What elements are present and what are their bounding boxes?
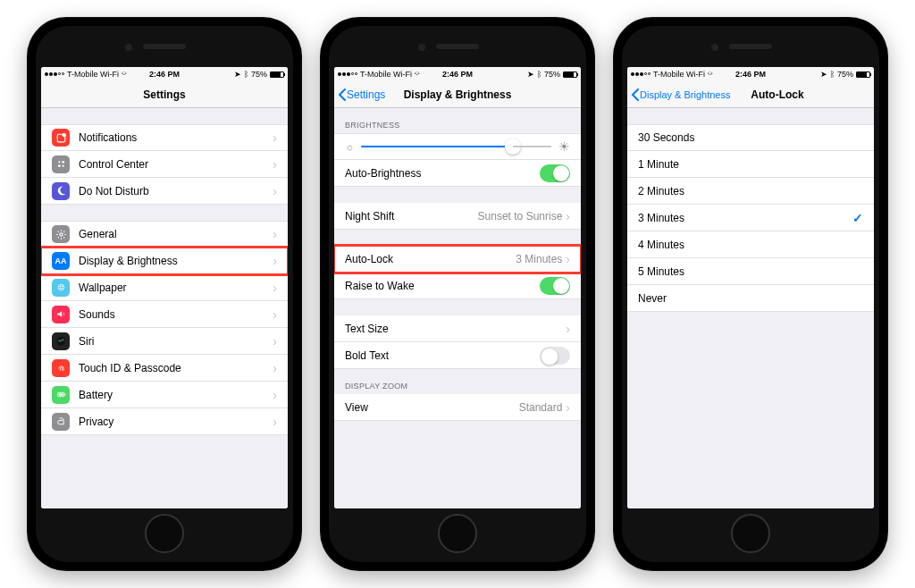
view-row[interactable]: View Standard › — [334, 394, 581, 421]
chevron-right-icon: › — [273, 184, 277, 198]
svg-rect-14 — [64, 393, 65, 395]
back-button[interactable]: Display & Brightness — [631, 81, 731, 107]
autolock-option[interactable]: 3 Minutes✓ — [627, 205, 874, 231]
autolock-option[interactable]: Never — [627, 285, 874, 312]
row-label: Display & Brightness — [79, 255, 273, 267]
svg-point-2 — [58, 161, 60, 163]
autolock-option[interactable]: 30 Seconds — [627, 124, 874, 151]
settings-row-display[interactable]: AADisplay & Brightness› — [41, 248, 288, 274]
chevron-right-icon: › — [273, 334, 277, 349]
bold-text-row[interactable]: Bold Text — [334, 342, 581, 369]
row-label: Privacy — [79, 416, 273, 428]
phone-settings: T-Mobile Wi-Fi ⌔ 2:46 PM ➤ ᛒ 75% Setting… — [27, 17, 302, 571]
raise-to-wake-toggle[interactable] — [540, 277, 570, 295]
privacy-icon — [52, 413, 70, 431]
chevron-left-icon — [338, 88, 346, 101]
phone-auto-lock: T-Mobile Wi-Fi⌔ 2:46 PM ➤ᛒ75% Display & … — [613, 17, 888, 571]
bold-text-toggle[interactable] — [540, 347, 570, 365]
settings-row-battery[interactable]: Battery› — [41, 382, 288, 408]
back-label: Settings — [347, 88, 385, 101]
bluetooth-icon: ᛒ — [244, 70, 248, 79]
home-button[interactable] — [438, 514, 477, 553]
clock: 2:46 PM — [149, 70, 180, 79]
settings-row-general[interactable]: General› — [41, 221, 288, 248]
option-label: 2 Minutes — [638, 185, 863, 197]
chevron-right-icon: › — [273, 415, 277, 429]
front-camera — [125, 44, 132, 51]
row-label: Control Center — [79, 158, 273, 171]
settings-row-do-not-disturb[interactable]: Do Not Disturb› — [41, 178, 288, 205]
svg-point-7 — [58, 284, 64, 290]
notifications-icon — [52, 129, 70, 147]
chevron-right-icon: › — [273, 388, 277, 402]
svg-point-6 — [59, 232, 62, 235]
chevron-right-icon: › — [273, 157, 277, 172]
settings-row-sounds[interactable]: Sounds› — [41, 301, 288, 328]
row-label: Touch ID & Passcode — [79, 362, 273, 374]
autolock-option[interactable]: 5 Minutes — [627, 258, 874, 285]
row-label: Wallpaper — [79, 281, 273, 294]
settings-row-touch-id[interactable]: Touch ID & Passcode› — [41, 355, 288, 382]
chevron-right-icon: › — [273, 130, 277, 145]
checkmark-icon: ✓ — [852, 211, 863, 225]
battery-icon — [52, 386, 70, 404]
display-icon: AA — [52, 252, 70, 270]
row-label: General — [79, 228, 273, 240]
raise-to-wake-row[interactable]: Raise to Wake — [334, 273, 581, 299]
text-size-row[interactable]: Text Size › — [334, 315, 581, 342]
auto-brightness-toggle[interactable] — [540, 164, 570, 182]
settings-row-privacy[interactable]: Privacy› — [41, 408, 288, 435]
settings-row-siri[interactable]: Siri› — [41, 328, 288, 355]
svg-point-8 — [59, 286, 61, 288]
autolock-option[interactable]: 4 Minutes — [627, 231, 874, 258]
status-bar: T-Mobile Wi-Fi ⌔ 2:46 PM ➤ ᛒ 75% — [41, 67, 288, 81]
row-label: Do Not Disturb — [79, 185, 273, 197]
option-label: 5 Minutes — [638, 265, 863, 278]
chevron-right-icon: › — [273, 361, 277, 375]
touch-id-icon — [52, 359, 70, 377]
phone-display-brightness: T-Mobile Wi-Fi⌔ 2:46 PM ➤ᛒ75% Settings D… — [320, 17, 595, 571]
settings-list[interactable]: Notifications›Control Center›Do Not Dist… — [41, 108, 288, 508]
option-label: Never — [638, 292, 863, 305]
back-label: Display & Brightness — [640, 89, 731, 100]
row-label: Siri — [79, 335, 273, 348]
page-title: Settings — [143, 88, 185, 101]
wallpaper-icon — [52, 279, 70, 297]
svg-rect-15 — [58, 393, 63, 395]
speaker — [143, 44, 186, 49]
brightness-slider-row[interactable]: ☼ ☀ — [334, 133, 581, 160]
night-shift-row[interactable]: Night Shift Sunset to Sunrise › — [334, 203, 581, 230]
chevron-right-icon: › — [566, 322, 570, 336]
back-button[interactable]: Settings — [338, 81, 385, 107]
svg-point-10 — [59, 288, 61, 290]
brightness-slider[interactable] — [361, 146, 551, 147]
battery-pct: 75% — [251, 70, 267, 79]
settings-row-wallpaper[interactable]: Wallpaper› — [41, 274, 288, 301]
status-bar: T-Mobile Wi-Fi⌔ 2:46 PM ➤ᛒ75% — [334, 67, 581, 81]
signal-dots-icon — [45, 72, 64, 76]
location-icon: ➤ — [234, 70, 241, 79]
chevron-right-icon: › — [566, 209, 570, 223]
status-bar: T-Mobile Wi-Fi⌔ 2:46 PM ➤ᛒ75% — [627, 67, 874, 81]
section-header-brightness: BRIGHTNESS — [334, 108, 581, 133]
carrier-label: T-Mobile Wi-Fi — [67, 70, 119, 79]
auto-brightness-row[interactable]: Auto-Brightness — [334, 160, 581, 187]
settings-row-control-center[interactable]: Control Center› — [41, 151, 288, 178]
home-button[interactable] — [145, 514, 184, 553]
svg-rect-3 — [62, 161, 64, 163]
siri-icon — [52, 332, 70, 350]
battery-icon — [270, 71, 284, 78]
home-button[interactable] — [731, 514, 770, 553]
page-title: Auto-Lock — [751, 88, 803, 101]
do-not-disturb-icon — [52, 182, 70, 200]
auto-lock-row[interactable]: Auto-Lock 3 Minutes › — [334, 246, 581, 273]
sun-large-icon: ☀ — [558, 139, 570, 154]
autolock-option[interactable]: 2 Minutes — [627, 178, 874, 205]
autolock-option[interactable]: 1 Minute — [627, 151, 874, 178]
chevron-right-icon: › — [273, 307, 277, 322]
nav-bar: Settings — [41, 81, 288, 108]
svg-point-1 — [62, 133, 65, 137]
settings-row-notifications[interactable]: Notifications› — [41, 124, 288, 151]
option-label: 4 Minutes — [638, 239, 863, 251]
chevron-right-icon: › — [273, 254, 277, 268]
